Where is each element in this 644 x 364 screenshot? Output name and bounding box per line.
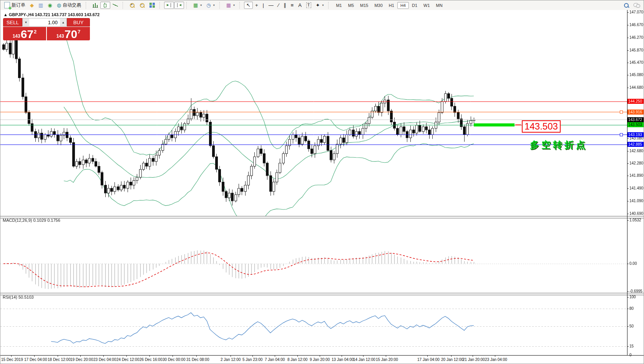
charts-profile-button[interactable]: ◆ [28,2,36,9]
auto-scroll-button[interactable] [164,2,174,9]
price-axis-label: 142.280 [629,161,643,165]
auto-trading-button[interactable]: ◍ 自动交易 [55,1,83,10]
price-chart-canvas[interactable] [0,10,627,216]
time-axis-tick [196,355,197,357]
timeframe-button-m5[interactable]: M5 [345,2,357,9]
vertical-line-icon: | [262,3,264,8]
trendline-tool-button[interactable]: ∕ [276,2,281,9]
time-axis-tick [495,355,495,357]
zoom-out-button[interactable]: − [137,2,147,9]
sell-button[interactable]: SELL [3,18,22,27]
time-axis-tick [363,355,363,357]
rsi-axis-tick [627,355,629,356]
timeframe-button-m30[interactable]: M30 [371,2,385,9]
trendline-icon: ∕ [278,3,279,8]
time-axis-label: 13 Jan 04:00 [332,357,354,362]
tile-windows-button[interactable] [147,2,157,9]
buy-price-button[interactable]: 143 70 7 [47,27,90,40]
fibonacci-tool-button[interactable]: ≡ [289,2,296,9]
timeframe-button-w1[interactable]: W1 [420,2,433,9]
time-axis-label: 24 Dec 12:00 [116,357,139,362]
price-axis-label: 145.870 [629,48,643,52]
macd-indicator-label: MACD(12,26,9) 0.1029 0.1756 [3,218,60,223]
vertical-line-tool-button[interactable]: | [260,2,266,9]
timeframe-button-h1[interactable]: H1 [386,2,397,9]
macd-pane-canvas[interactable] [0,218,627,293]
periods-button[interactable]: ◷ ▾ [204,2,217,9]
auto-trading-label: 自动交易 [63,2,81,8]
timeframe-button-mn[interactable]: MN [433,2,446,9]
time-axis-label: 23 Dec 04:00 [93,357,116,362]
time-axis-tick [297,355,298,357]
time-axis-label: 14 Jan 12:00 [353,357,375,362]
toolbar-separator [239,2,242,9]
shapes-tool-button[interactable]: ✦ ▾ [314,2,326,9]
timeframe-button-m1[interactable]: M1 [333,2,345,9]
timeframe-button-h4[interactable]: H4 [397,2,409,9]
channel-tool-button[interactable]: ∥ [281,2,289,9]
pivot-note-text[interactable]: 多空转折点 [530,139,588,151]
price-axis-tick [627,163,629,164]
cursor-tool-button[interactable]: ↖ [244,2,253,9]
candlestick-mode-button[interactable] [100,2,110,9]
terminal-window: 新订单 ◆ ▥ ◉ ◍ 自动交易 + − [0,0,644,364]
new-order-icon [4,2,10,8]
time-axis-label: 19 Dec 20:00 [70,357,93,362]
chat-button[interactable] [631,2,642,9]
search-button[interactable] [621,2,631,9]
chevron-down-icon: ▾ [233,3,235,7]
pane-resizer-rsi[interactable] [0,293,644,295]
price-axis-label: 142.680 [629,149,643,153]
time-axis-label: 18 Dec 12:00 [48,357,71,362]
time-axis-label: 9 Jan 20:00 [310,357,330,362]
toolbar-separator [86,2,88,9]
macd-axis-label: -0.6995 [629,289,642,293]
time-axis-label: 7 Jan 04:00 [265,357,285,362]
timeframe-button-m15[interactable]: M15 [357,2,371,9]
timeframe-group: M1M5M15M30H1H4D1W1MN [331,0,447,10]
chart-area[interactable]: ▲ GBPJPY-,H4 143.721 143.737 143.603 143… [0,10,644,364]
zoom-in-button[interactable]: + [127,2,137,9]
time-axis-tick [149,355,150,357]
rsi-pane-canvas[interactable] [0,294,627,355]
buy-button[interactable]: BUY [67,18,90,27]
market-watch-button[interactable]: ▥ [36,2,45,9]
pane-resizer-macd[interactable] [0,216,644,218]
time-axis-tick [451,355,451,357]
price-annotation-box[interactable]: 143.503 [522,120,561,133]
price-axis-tick [627,25,629,25]
volume-input[interactable] [29,18,60,26]
volume-increase-button[interactable]: ▲ [60,18,66,26]
chevron-down-icon: ▾ [322,3,324,7]
sell-price-sup: 2 [34,29,37,35]
macd-axis-tick [627,220,629,221]
market-watch-icon: ▥ [38,3,43,8]
new-chart-button[interactable]: ▦ ▾ [191,2,204,9]
volume-decrease-button[interactable]: ▼ [23,18,29,26]
price-axis-tick [627,188,629,189]
time-axis-tick [80,355,81,357]
collapse-panel-icon[interactable]: ▲ [3,12,8,17]
chart-shift-button[interactable] [174,2,184,9]
crosshair-tool-button[interactable]: + [253,2,261,9]
new-order-button[interactable]: 新订单 [2,1,28,10]
tile-windows-icon [149,3,155,8]
sell-price-button[interactable]: 143 67 2 [3,27,46,40]
price-axis-tick [627,12,629,13]
horizontal-line-tool-button[interactable]: — [266,2,276,9]
indicators-button[interactable]: ▦ ▾ [224,2,237,9]
rsi-axis-label: 50 [629,324,634,328]
label-tool-button[interactable]: T [304,1,314,9]
text-tool-button[interactable]: A [296,2,304,9]
price-axis-tick [627,50,629,51]
line-chart-mode-button[interactable] [110,2,120,9]
price-axis-label: 141.490 [629,186,643,190]
time-axis-tick [173,355,173,357]
macd-axis-tick [627,264,629,264]
chevron-down-icon: ▾ [213,3,215,7]
auto-scroll-icon [166,3,172,8]
bar-chart-mode-button[interactable] [90,2,100,9]
price-axis-tick [627,201,629,201]
timeframe-button-d1[interactable]: D1 [409,2,420,9]
signals-button[interactable]: ◉ [45,2,54,9]
